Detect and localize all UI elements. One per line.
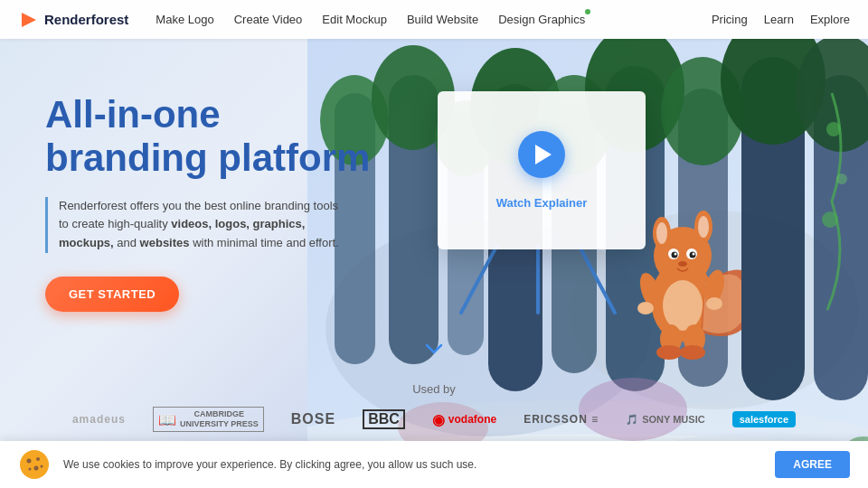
hero-content: All-in-onebranding platform Renderforest…	[45, 93, 389, 312]
nav-right-links: Pricing Learn Explore	[712, 13, 850, 26]
svg-point-53	[637, 302, 654, 314]
cookie-banner: We use cookies to improve your experienc…	[0, 441, 868, 488]
logo-vodafone: ◉ vodafone	[432, 411, 496, 428]
nav-edit-mockup[interactable]: Edit Mockup	[322, 13, 387, 26]
logo-bose: BOSE	[291, 411, 335, 427]
cookie-agree-button[interactable]: AGREE	[775, 451, 850, 478]
nav-build-website[interactable]: Build Website	[407, 13, 478, 26]
brand-name: Renderforest	[44, 12, 128, 27]
logo-ericsson: ERICSSON ≡	[524, 413, 599, 426]
nav-pricing[interactable]: Pricing	[712, 13, 748, 26]
logo-amadeus: amadeus	[72, 413, 126, 426]
hero-description: Renderforest offers you the best online …	[59, 197, 339, 253]
squirrel-character	[624, 174, 741, 364]
hero-section: Watch Explainer	[0, 39, 868, 488]
easel-stand	[443, 245, 633, 317]
nav-make-logo[interactable]: Make Logo	[156, 13, 213, 26]
cookie-icon	[18, 448, 51, 481]
watch-label: Watch Explainer	[496, 196, 588, 210]
hero-title: All-in-onebranding platform	[45, 93, 389, 181]
nav-create-video[interactable]: Create Video	[234, 13, 303, 26]
svg-marker-0	[22, 13, 36, 27]
cookie-text: We use cookies to improve your experienc…	[63, 458, 762, 471]
svg-point-54	[706, 297, 722, 310]
get-started-button[interactable]: GET STARTED	[45, 277, 179, 312]
svg-point-50	[663, 280, 703, 331]
logo-salesforce: salesforce	[732, 411, 796, 427]
logo-cambridge: 📖 CAMBRIDGEUNIVERSITY PRESS	[153, 407, 264, 432]
svg-point-49	[678, 261, 687, 267]
logo-bbc: BBC	[363, 409, 405, 429]
nav-learn[interactable]: Learn	[764, 13, 794, 26]
svg-line-34	[461, 245, 497, 313]
nav-links: Make Logo Create Video Edit Mockup Build…	[156, 13, 712, 26]
svg-point-62	[34, 466, 39, 471]
used-by-section: Used by amadeus 📖 CAMBRIDGEUNIVERSITY PR…	[0, 382, 868, 432]
used-by-label: Used by	[412, 382, 456, 396]
play-icon	[535, 145, 552, 164]
svg-point-25	[836, 174, 847, 184]
partner-logos: amadeus 📖 CAMBRIDGEUNIVERSITY PRESS BOSE…	[72, 407, 796, 432]
nav-explore[interactable]: Explore	[810, 13, 850, 26]
svg-point-57	[656, 345, 682, 360]
svg-point-24	[826, 122, 841, 136]
svg-point-64	[41, 465, 43, 468]
nav-design-graphics[interactable]: Design Graphics	[498, 13, 585, 26]
svg-point-63	[29, 468, 32, 471]
svg-point-26	[822, 211, 838, 228]
svg-point-60	[27, 459, 32, 464]
navbar: Renderforest Make Logo Create Video Edit…	[0, 0, 868, 39]
svg-point-40	[656, 222, 667, 244]
svg-point-47	[675, 253, 677, 256]
svg-point-61	[36, 457, 40, 461]
svg-point-59	[20, 450, 49, 479]
svg-line-35	[579, 245, 615, 313]
svg-point-42	[698, 216, 709, 238]
explainer-panel: Watch Explainer	[438, 91, 646, 249]
play-button[interactable]	[518, 131, 565, 178]
logo-sonymusic: 🎵 SONY MUSIC	[626, 414, 704, 426]
svg-point-48	[693, 253, 695, 256]
svg-point-58	[680, 345, 705, 360]
scroll-down-chevron[interactable]	[423, 338, 445, 363]
brand-logo[interactable]: Renderforest	[18, 10, 128, 30]
